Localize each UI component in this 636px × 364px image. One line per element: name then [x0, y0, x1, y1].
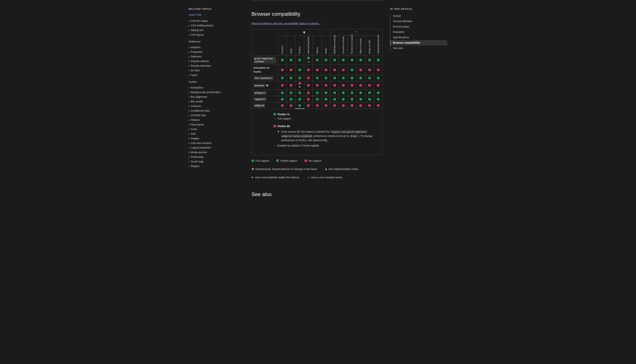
compat-cell-6-5[interactable] — [322, 102, 330, 109]
compat-cell-3-2[interactable] — [296, 81, 304, 90]
feature-cell-1[interactable]: Animation of tracks — [252, 65, 278, 75]
compat-cell-6-4[interactable] — [313, 102, 322, 109]
compat-cell-2-6[interactable] — [330, 75, 339, 81]
compat-cell-6-3[interactable] — [304, 102, 313, 109]
toc-item-6[interactable]: See also — [390, 46, 447, 51]
compat-cell-5-9[interactable] — [356, 96, 365, 102]
compat-cell-6-8[interactable] — [348, 102, 356, 109]
sidebar-ref-item-6[interactable]: Types — [189, 73, 244, 78]
toc-item-1[interactable]: Formal definition — [390, 19, 447, 24]
compat-cell-0-8[interactable] — [348, 56, 356, 65]
compat-cell-6-10[interactable] — [365, 102, 374, 109]
compat-cell-4-0[interactable] — [278, 90, 286, 96]
compat-cell-2-11[interactable] — [374, 75, 382, 81]
compat-cell-3-5[interactable] — [322, 81, 330, 90]
compat-cell-2-8[interactable] — [348, 75, 356, 81]
compat-cell-4-5[interactable] — [322, 90, 330, 96]
sidebar-guide-item-6[interactable]: CSSOM view — [189, 113, 244, 118]
compat-cell-5-10[interactable] — [365, 96, 374, 102]
compat-cell-1-0[interactable] — [278, 65, 286, 75]
sidebar-guide-item-12[interactable]: Lists and counters — [189, 141, 244, 146]
compat-cell-0-9[interactable] — [356, 56, 365, 65]
compat-cell-3-8[interactable] — [348, 81, 356, 90]
compat-cell-4-10[interactable] — [365, 90, 374, 96]
compat-cell-0-4[interactable] — [313, 56, 322, 65]
feature-cell-2[interactable]: fit-content() — [252, 75, 278, 81]
compat-cell-2-3[interactable] — [304, 75, 313, 81]
compat-cell-2-5[interactable] — [322, 75, 330, 81]
toc-item-3[interactable]: Examples — [390, 30, 447, 35]
compat-cell-1-3[interactable] — [304, 65, 313, 75]
compat-cell-2-9[interactable] — [356, 75, 365, 81]
sidebar-guide-item-14[interactable]: Media queries — [189, 150, 244, 155]
compat-cell-0-1[interactable] — [286, 56, 295, 65]
toc-item-0[interactable]: Syntax — [390, 13, 447, 19]
compat-cell-1-4[interactable] — [313, 65, 322, 75]
sidebar-ref-item-5[interactable]: At-rules — [189, 68, 244, 73]
sidebar-guide-item-0[interactable]: Animations — [189, 85, 244, 90]
compat-cell-5-2[interactable] — [296, 96, 304, 102]
sidebar-guide-item-1[interactable]: Backgrounds and Borders — [189, 90, 244, 94]
compat-cell-4-2[interactable] — [296, 90, 304, 96]
sidebar-ref-item-3[interactable]: Pseudo-classes — [189, 59, 244, 64]
compat-cell-1-9[interactable] — [356, 65, 365, 75]
compat-cell-5-6[interactable] — [330, 96, 339, 102]
compat-cell-3-4[interactable] — [313, 81, 322, 90]
compat-cell-2-0[interactable] — [278, 75, 286, 81]
compat-cell-0-11[interactable] — [374, 56, 382, 65]
compat-cell-4-9[interactable] — [356, 90, 365, 96]
compat-cell-0-7[interactable] — [339, 56, 348, 65]
compat-cell-3-1[interactable] — [286, 81, 295, 90]
sidebar-guide-item-4[interactable]: Columns — [189, 104, 244, 108]
compat-cell-3-11[interactable] — [374, 81, 382, 90]
compat-cell-4-7[interactable] — [339, 90, 348, 96]
compat-cell-3-0[interactable] — [278, 81, 286, 90]
sidebar-guide-item-13[interactable]: Logical properties — [189, 146, 244, 150]
compat-cell-4-8[interactable] — [348, 90, 356, 96]
compat-cell-2-1[interactable] — [286, 75, 295, 81]
sidebar-guide-item-2[interactable]: Box alignment — [189, 94, 244, 99]
toc-item-5[interactable]: Browser compatibility — [390, 40, 447, 46]
compat-cell-5-5[interactable] — [322, 96, 330, 102]
compat-cell-6-2[interactable] — [296, 102, 304, 109]
compat-cell-1-7[interactable] — [339, 65, 348, 75]
compat-cell-5-3[interactable] — [304, 96, 313, 102]
sidebar-ref-item-2[interactable]: Selectors — [189, 54, 244, 59]
report-link[interactable]: Report problems with this compatibility … — [252, 22, 320, 26]
compat-cell-4-1[interactable] — [286, 90, 295, 96]
compat-cell-1-6[interactable] — [330, 65, 339, 75]
compat-cell-0-0[interactable] — [278, 56, 286, 65]
sidebar-learn-item-1[interactable]: CSS building blocks — [189, 23, 244, 28]
feature-cell-3[interactable]: masonry — [252, 81, 278, 90]
compat-cell-6-0[interactable] — [278, 102, 286, 109]
compat-cell-5-0[interactable] — [278, 96, 286, 102]
sidebar-guide-item-16[interactable]: Scroll snap — [189, 159, 244, 164]
compat-cell-2-2[interactable] — [296, 75, 304, 81]
compat-cell-0-10[interactable] — [365, 56, 374, 65]
compat-cell-5-11[interactable] — [374, 96, 382, 102]
toc-item-2[interactable]: Formal syntax — [390, 24, 447, 30]
sidebar-ref-item-1[interactable]: Properties — [189, 50, 244, 54]
compat-cell-0-2[interactable] — [296, 56, 304, 65]
compat-cell-6-1[interactable] — [286, 102, 295, 109]
compat-cell-4-6[interactable] — [330, 90, 339, 96]
compat-cell-2-10[interactable] — [365, 75, 374, 81]
compat-cell-6-6[interactable] — [330, 102, 339, 109]
toc-item-4[interactable]: Specifications — [390, 35, 447, 40]
compat-cell-2-7[interactable] — [339, 75, 348, 81]
compat-cell-5-8[interactable] — [348, 96, 356, 102]
compat-cell-3-7[interactable] — [339, 81, 348, 90]
sidebar-link-learn-css[interactable]: Learn CSS — [189, 13, 244, 17]
feature-cell-5[interactable]: repeat() — [252, 96, 278, 102]
compat-cell-1-10[interactable] — [365, 65, 374, 75]
compat-cell-1-8[interactable] — [348, 65, 356, 75]
compat-cell-1-5[interactable] — [322, 65, 330, 75]
compat-cell-2-4[interactable] — [313, 75, 322, 81]
compat-cell-3-9[interactable] — [356, 81, 365, 90]
compat-cell-3-3[interactable] — [304, 81, 313, 90]
feature-cell-4[interactable]: minmax() — [252, 90, 278, 96]
feature-cell-0[interactable]: grid-template-columns — [252, 56, 278, 65]
compat-cell-4-4[interactable] — [313, 90, 322, 96]
compat-cell-5-1[interactable] — [286, 96, 295, 102]
compat-cell-4-11[interactable] — [374, 90, 382, 96]
